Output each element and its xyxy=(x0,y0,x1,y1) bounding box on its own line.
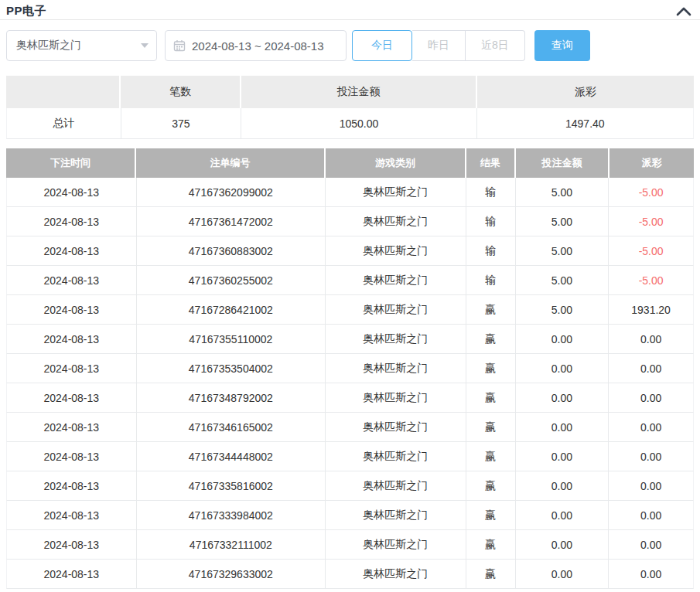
bet-amount-cell: 0.00 xyxy=(516,560,610,588)
table-row: 2024-08-1347167360255002奥林匹斯之门输5.00-5.00 xyxy=(6,266,694,295)
order-no-cell: 47167332111002 xyxy=(137,530,326,559)
calendar-icon xyxy=(173,39,186,52)
payout-cell: 1931.20 xyxy=(609,295,693,324)
order-no-cell: 47167362099002 xyxy=(137,178,326,206)
header-cell-bet-time: 下注时间 xyxy=(6,148,136,178)
pp-games-panel: PP电子 奥林匹斯之门 xyxy=(0,0,700,592)
summary-total-payout: 1497.40 xyxy=(477,108,693,138)
date-range-picker[interactable]: 2024-08-13 ~ 2024-08-13 xyxy=(165,30,347,61)
order-no-cell: 47167344448002 xyxy=(137,442,326,471)
header-cell-result: 结果 xyxy=(466,148,516,178)
table-row: 2024-08-1347167333984002奥林匹斯之门赢0.000.00 xyxy=(6,501,694,530)
result-cell: 赢 xyxy=(466,413,516,441)
bet-amount-cell: 0.00 xyxy=(516,530,610,559)
order-no-cell: 47167353504002 xyxy=(137,354,326,383)
table-row: 2024-08-1347167329633002奥林匹斯之门赢0.000.00 xyxy=(6,560,694,589)
bet-amount-cell: 0.00 xyxy=(516,471,610,500)
bets-table-header: 下注时间注单编号游戏类别结果投注金额派彩 xyxy=(6,148,694,178)
game-select[interactable]: 奥林匹斯之门 xyxy=(6,30,157,61)
summary-header-cell: 笔数 xyxy=(121,76,241,108)
payout-cell: 0.00 xyxy=(609,560,693,588)
summary-table: 笔数投注金额派彩 总计 375 1050.00 1497.40 xyxy=(6,76,694,139)
result-cell: 输 xyxy=(466,178,516,206)
game-type-cell: 奥林匹斯之门 xyxy=(326,295,466,324)
panel-title: PP电子 xyxy=(6,4,46,19)
order-no-cell: 47167333984002 xyxy=(137,501,326,529)
bet-time-cell: 2024-08-13 xyxy=(7,383,137,412)
summary-total-row: 总计 375 1050.00 1497.40 xyxy=(6,108,694,139)
payout-cell: -5.00 xyxy=(609,236,693,265)
table-row: 2024-08-1347167332111002奥林匹斯之门赢0.000.00 xyxy=(6,530,694,560)
game-type-cell: 奥林匹斯之门 xyxy=(326,207,466,236)
game-type-cell: 奥林匹斯之门 xyxy=(326,266,466,294)
payout-cell: 0.00 xyxy=(609,325,693,353)
payout-cell: -5.00 xyxy=(609,266,693,294)
result-cell: 赢 xyxy=(466,560,516,588)
date-quick-button-group: 今日昨日近8日 xyxy=(352,30,525,61)
payout-cell: -5.00 xyxy=(609,207,693,236)
result-cell: 赢 xyxy=(466,530,516,559)
table-row: 2024-08-1347167353504002奥林匹斯之门赢0.000.00 xyxy=(6,354,694,383)
summary-table-header: 笔数投注金额派彩 xyxy=(6,76,694,108)
payout-cell: 0.00 xyxy=(609,383,693,412)
summary-total-bet-amount: 1050.00 xyxy=(241,108,476,138)
bet-time-cell: 2024-08-13 xyxy=(7,501,137,529)
summary-header-cell: 投注金额 xyxy=(241,76,477,108)
bets-table-body: 2024-08-1347167362099002奥林匹斯之门输5.00-5.00… xyxy=(6,178,694,589)
payout-cell: 0.00 xyxy=(609,413,693,441)
order-no-cell: 47167348792002 xyxy=(137,383,326,412)
game-type-cell: 奥林匹斯之门 xyxy=(326,442,466,471)
bet-amount-cell: 5.00 xyxy=(516,295,610,324)
table-row: 2024-08-1347167344448002奥林匹斯之门赢0.000.00 xyxy=(6,442,694,471)
game-type-cell: 奥林匹斯之门 xyxy=(326,413,466,441)
game-type-cell: 奥林匹斯之门 xyxy=(326,501,466,529)
header-cell-bet-amount: 投注金额 xyxy=(516,148,610,178)
game-type-cell: 奥林匹斯之门 xyxy=(326,560,466,588)
order-no-cell: 47167335816002 xyxy=(137,471,326,500)
payout-cell: 0.00 xyxy=(609,471,693,500)
bet-amount-cell: 5.00 xyxy=(516,178,610,206)
header-cell-order-no: 注单编号 xyxy=(136,148,326,178)
summary-total-count: 375 xyxy=(121,108,242,138)
summary-header-cell xyxy=(6,76,121,108)
result-cell: 输 xyxy=(466,236,516,265)
range-button-today[interactable]: 今日 xyxy=(352,30,412,61)
bet-time-cell: 2024-08-13 xyxy=(7,236,137,265)
result-cell: 赢 xyxy=(466,383,516,412)
order-no-cell: 47167346165002 xyxy=(137,413,326,441)
header-cell-game-type: 游戏类别 xyxy=(326,148,466,178)
bet-time-cell: 2024-08-13 xyxy=(7,325,137,353)
game-type-cell: 奥林匹斯之门 xyxy=(326,236,466,265)
payout-cell: 0.00 xyxy=(609,442,693,471)
chevron-down-icon xyxy=(141,43,149,48)
bet-amount-cell: 0.00 xyxy=(516,354,610,383)
result-cell: 赢 xyxy=(466,501,516,529)
result-cell: 赢 xyxy=(466,295,516,324)
order-no-cell: 47167329633002 xyxy=(137,560,326,588)
result-cell: 输 xyxy=(466,266,516,294)
order-no-cell: 47167286421002 xyxy=(137,295,326,324)
range-button-yesterday[interactable]: 昨日 xyxy=(412,30,466,61)
bet-time-cell: 2024-08-13 xyxy=(7,442,137,471)
game-type-cell: 奥林匹斯之门 xyxy=(326,325,466,353)
summary-total-label: 总计 xyxy=(7,108,121,138)
bet-time-cell: 2024-08-13 xyxy=(7,413,137,441)
chevron-up-icon[interactable] xyxy=(675,5,692,19)
game-type-cell: 奥林匹斯之门 xyxy=(326,354,466,383)
result-cell: 赢 xyxy=(466,471,516,500)
order-no-cell: 47167361472002 xyxy=(137,207,326,236)
game-type-cell: 奥林匹斯之门 xyxy=(326,471,466,500)
range-button-last-8-days[interactable]: 近8日 xyxy=(466,30,525,61)
bet-amount-cell: 0.00 xyxy=(516,413,610,441)
query-button[interactable]: 查询 xyxy=(534,30,590,61)
order-no-cell: 47167360255002 xyxy=(137,266,326,294)
bet-time-cell: 2024-08-13 xyxy=(7,178,137,206)
bets-table: 下注时间注单编号游戏类别结果投注金额派彩 2024-08-13471673620… xyxy=(6,148,694,589)
bet-amount-cell: 0.00 xyxy=(516,383,610,412)
table-row: 2024-08-1347167361472002奥林匹斯之门输5.00-5.00 xyxy=(6,207,694,236)
bet-time-cell: 2024-08-13 xyxy=(7,530,137,559)
payout-cell: 0.00 xyxy=(609,354,693,383)
header-cell-payout: 派彩 xyxy=(610,148,694,178)
result-cell: 赢 xyxy=(466,442,516,471)
payout-cell: 0.00 xyxy=(609,530,693,559)
